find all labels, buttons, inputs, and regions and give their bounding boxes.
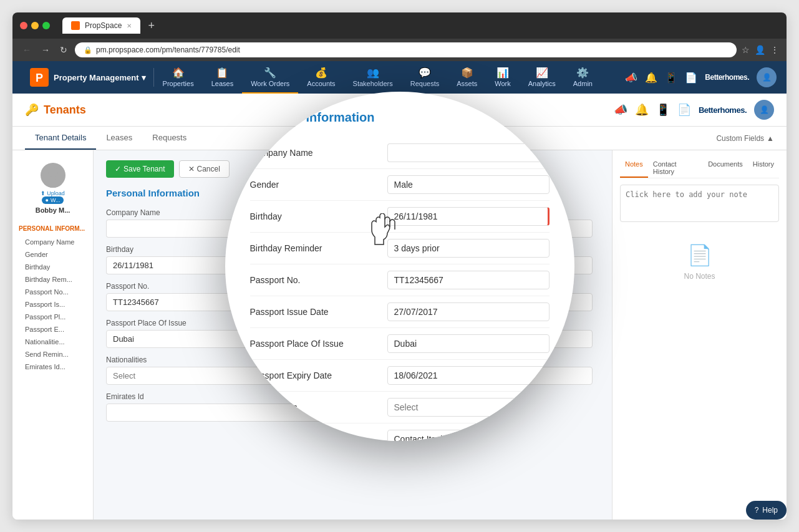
user-profile-btn[interactable]: 👤 bbox=[755, 45, 765, 55]
save-tenant-button[interactable]: ✓ Save Tenant bbox=[106, 160, 174, 178]
zoom-label-gender: Gender bbox=[250, 180, 387, 190]
nav-right-actions: 📣 🔔 📱 📄 Betterhomes. 👤 bbox=[625, 67, 777, 87]
tab-documents[interactable]: Documents bbox=[703, 158, 748, 178]
sidebar-item-passport-issue[interactable]: Passport Is... bbox=[19, 298, 87, 311]
zoom-input-passport-issue[interactable] bbox=[387, 302, 550, 321]
back-btn[interactable]: ← bbox=[20, 44, 34, 56]
minimize-window-btn[interactable] bbox=[31, 22, 39, 29]
custom-fields-btn[interactable]: Custom Fields ▲ bbox=[716, 134, 774, 143]
phone-icon[interactable]: 📱 bbox=[656, 103, 670, 117]
maximize-window-btn[interactable] bbox=[42, 22, 50, 29]
zoom-row-passport-expiry: Passport Expiry Date bbox=[250, 360, 550, 392]
tab-history[interactable]: History bbox=[748, 158, 779, 178]
sidebar-item-passport-place[interactable]: Passport Pl... bbox=[19, 311, 87, 323]
help-button[interactable]: ? Help bbox=[746, 501, 787, 520]
speaker-icon[interactable]: 📣 bbox=[614, 103, 627, 117]
browser-action-buttons: ☆ 👤 ⋮ bbox=[742, 45, 779, 55]
tenant-mini-profile: ⬆ Upload ● W... Bobby M... bbox=[12, 157, 93, 220]
zoom-input-gender[interactable] bbox=[387, 175, 550, 194]
app-header: P Property Management ▾ 🏠Properties 📋Lea… bbox=[12, 61, 787, 94]
company-logo: Betterhomes. bbox=[705, 73, 749, 82]
new-tab-btn[interactable]: + bbox=[148, 19, 155, 32]
zoom-row-company: Company Name bbox=[250, 137, 550, 169]
upload-btn[interactable]: ⬆ Upload bbox=[41, 190, 65, 196]
zoom-input-passport-no[interactable] bbox=[387, 271, 550, 289]
nav-assets[interactable]: 📦Assets bbox=[448, 61, 486, 94]
window-controls bbox=[20, 22, 50, 29]
zoom-input-passport-place[interactable] bbox=[387, 334, 550, 353]
zoom-row-passport-issue: Passport Issue Date bbox=[250, 296, 550, 328]
forward-btn[interactable]: → bbox=[39, 44, 52, 56]
tab-tenant-details[interactable]: Tenant Details bbox=[25, 127, 96, 150]
user-avatar[interactable]: 👤 bbox=[757, 67, 777, 87]
zoom-label-company: Company Name bbox=[250, 148, 387, 158]
main-nav: 🏠Properties 📋Leases 🔧Work Orders 💰Accoun… bbox=[154, 61, 626, 94]
address-bar[interactable]: 🔒 pm.propspace.com/pm/tenants/779785/edi… bbox=[75, 42, 737, 57]
cancel-icon: ✕ bbox=[188, 165, 195, 173]
nav-accounts[interactable]: 💰Accounts bbox=[298, 61, 344, 94]
nav-requests[interactable]: 💬Requests bbox=[402, 61, 448, 94]
tab-requests[interactable]: Requests bbox=[142, 127, 196, 150]
nav-admin[interactable]: ⚙️Admin bbox=[564, 61, 601, 94]
bell-icon[interactable]: 🔔 bbox=[645, 72, 657, 84]
note-input[interactable] bbox=[620, 185, 779, 222]
tab-notes[interactable]: Notes bbox=[620, 158, 648, 178]
zoom-label-passport-issue: Passport Issue Date bbox=[250, 307, 387, 317]
close-window-btn[interactable] bbox=[20, 22, 27, 29]
zoom-input-nationalities[interactable] bbox=[387, 398, 550, 417]
doc-icon[interactable]: 📄 bbox=[677, 103, 691, 117]
cancel-button[interactable]: ✕ Cancel bbox=[179, 160, 230, 178]
sidebar-item-nationalities[interactable]: Nationalitie... bbox=[19, 336, 87, 348]
sidebar-section-title: Personal Inform... bbox=[19, 225, 87, 232]
no-notes-icon: 📄 bbox=[687, 243, 712, 267]
page-title: 🔑 Tenants bbox=[25, 103, 86, 117]
zoom-input-birthday-reminder[interactable] bbox=[387, 239, 550, 258]
bookmark-btn[interactable]: ☆ bbox=[742, 45, 750, 55]
app-name: Property Management ▾ bbox=[54, 73, 146, 82]
zoom-input-birthday[interactable] bbox=[387, 207, 550, 226]
zoom-content: Personal Information Company Name Gender… bbox=[225, 92, 574, 441]
document-icon[interactable]: 📄 bbox=[685, 72, 697, 84]
browser-tab-propspace[interactable]: PropSpace ✕ bbox=[62, 17, 140, 34]
sidebar-item-company[interactable]: Company Name bbox=[19, 236, 87, 248]
tab-leases[interactable]: Leases bbox=[96, 127, 142, 150]
tab-contact-history[interactable]: Contact History bbox=[648, 158, 703, 178]
nav-stakeholders[interactable]: 👥Stakeholders bbox=[344, 61, 402, 94]
nav-work[interactable]: 📊Work bbox=[486, 61, 519, 94]
betterhomes-logo: Betterhomes. bbox=[699, 105, 747, 115]
sidebar-section-personal: Personal Inform... Company Name Gender B… bbox=[12, 220, 93, 375]
tab-close-btn[interactable]: ✕ bbox=[127, 22, 132, 29]
megaphone-icon[interactable]: 📣 bbox=[625, 72, 637, 84]
zoom-input-company[interactable] bbox=[387, 143, 550, 162]
zoom-row-send-reminders: Send Reminders To bbox=[250, 423, 550, 441]
zoom-input-passport-expiry[interactable] bbox=[387, 366, 550, 385]
app-logo: P Property Management ▾ bbox=[22, 68, 154, 87]
sidebar: ⬆ Upload ● W... Bobby M... Personal Info… bbox=[12, 150, 94, 520]
menu-btn[interactable]: ⋮ bbox=[770, 45, 779, 55]
nav-analytics[interactable]: 📈Analytics bbox=[520, 61, 564, 94]
reload-btn[interactable]: ↻ bbox=[57, 44, 70, 56]
nav-leases[interactable]: 📋Leases bbox=[203, 61, 242, 94]
tenant-status-badge: ● W... bbox=[42, 196, 64, 204]
nav-work-orders[interactable]: 🔧Work Orders bbox=[242, 61, 298, 94]
zoom-input-send-reminders[interactable] bbox=[387, 430, 550, 441]
browser-window: PropSpace ✕ + ← → ↻ 🔒 pm.propspace.com/p… bbox=[12, 12, 787, 520]
user-avatar-header[interactable]: 👤 bbox=[754, 100, 774, 120]
sidebar-item-birthday[interactable]: Birthday bbox=[19, 261, 87, 273]
zoom-label-birthday: Birthday bbox=[250, 211, 387, 221]
mobile-icon[interactable]: 📱 bbox=[665, 72, 677, 84]
browser-titlebar: PropSpace ✕ + bbox=[12, 12, 787, 39]
zoom-label-passport-expiry: Passport Expiry Date bbox=[250, 370, 387, 380]
zoom-row-passport-place: Passport Place Of Issue bbox=[250, 328, 550, 360]
sidebar-item-gender[interactable]: Gender bbox=[19, 248, 87, 261]
sidebar-item-send-reminders[interactable]: Send Remin... bbox=[19, 348, 87, 360]
propspace-logo-icon: P bbox=[30, 68, 49, 87]
page-header-right: 📣 🔔 📱 📄 Betterhomes. 👤 bbox=[614, 100, 774, 120]
nav-properties[interactable]: 🏠Properties bbox=[154, 61, 203, 94]
sidebar-item-passport-expiry[interactable]: Passport E... bbox=[19, 323, 87, 336]
sidebar-item-birthday-rem[interactable]: Birthday Rem... bbox=[19, 273, 87, 286]
sidebar-item-passport-no[interactable]: Passport No... bbox=[19, 286, 87, 298]
bell-icon-header[interactable]: 🔔 bbox=[635, 103, 649, 117]
sidebar-item-emirates[interactable]: Emirates Id... bbox=[19, 360, 87, 373]
tab-label: PropSpace bbox=[85, 21, 122, 30]
